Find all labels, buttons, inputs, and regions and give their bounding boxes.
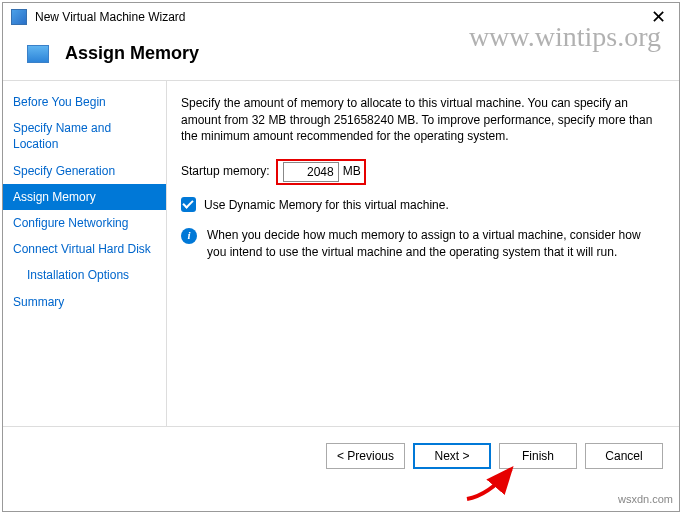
step-summary[interactable]: Summary [3, 289, 166, 315]
window-title: New Virtual Machine Wizard [35, 10, 186, 24]
close-button[interactable]: ✕ [643, 5, 673, 29]
startup-memory-input[interactable] [283, 162, 339, 182]
step-installation-options[interactable]: Installation Options [3, 262, 166, 288]
dynamic-memory-label: Use Dynamic Memory for this virtual mach… [204, 197, 449, 214]
wizard-steps-sidebar: Before You Begin Specify Name and Locati… [3, 81, 167, 426]
step-connect-vhd[interactable]: Connect Virtual Hard Disk [3, 236, 166, 262]
info-row: i When you decide how much memory to ass… [181, 227, 661, 260]
startup-memory-unit: MB [343, 163, 361, 180]
dynamic-memory-row[interactable]: Use Dynamic Memory for this virtual mach… [181, 197, 661, 214]
step-specify-name-location[interactable]: Specify Name and Location [3, 115, 166, 157]
previous-button[interactable]: < Previous [326, 443, 405, 469]
cancel-button[interactable]: Cancel [585, 443, 663, 469]
step-specify-generation[interactable]: Specify Generation [3, 158, 166, 184]
memory-icon [27, 45, 49, 63]
step-assign-memory[interactable]: Assign Memory [3, 184, 166, 210]
wizard-dialog: New Virtual Machine Wizard ✕ Assign Memo… [2, 2, 680, 512]
info-text: When you decide how much memory to assig… [207, 227, 661, 260]
startup-memory-row: Startup memory: MB [181, 159, 661, 185]
app-icon [11, 9, 27, 25]
finish-button[interactable]: Finish [499, 443, 577, 469]
next-button[interactable]: Next > [413, 443, 491, 469]
info-icon: i [181, 228, 197, 244]
main-panel: Specify the amount of memory to allocate… [167, 81, 679, 426]
title-bar: New Virtual Machine Wizard [3, 3, 679, 31]
wizard-header: Assign Memory [3, 31, 679, 80]
watermark-bottom: wsxdn.com [618, 493, 673, 505]
description-text: Specify the amount of memory to allocate… [181, 95, 661, 145]
startup-memory-label: Startup memory: [181, 163, 270, 180]
body-area: Before You Begin Specify Name and Locati… [3, 80, 679, 426]
page-title: Assign Memory [65, 43, 199, 64]
step-before-you-begin[interactable]: Before You Begin [3, 89, 166, 115]
footer-buttons: < Previous Next > Finish Cancel [3, 426, 679, 483]
startup-memory-highlight: MB [276, 159, 366, 185]
step-configure-networking[interactable]: Configure Networking [3, 210, 166, 236]
dynamic-memory-checkbox[interactable] [181, 197, 196, 212]
